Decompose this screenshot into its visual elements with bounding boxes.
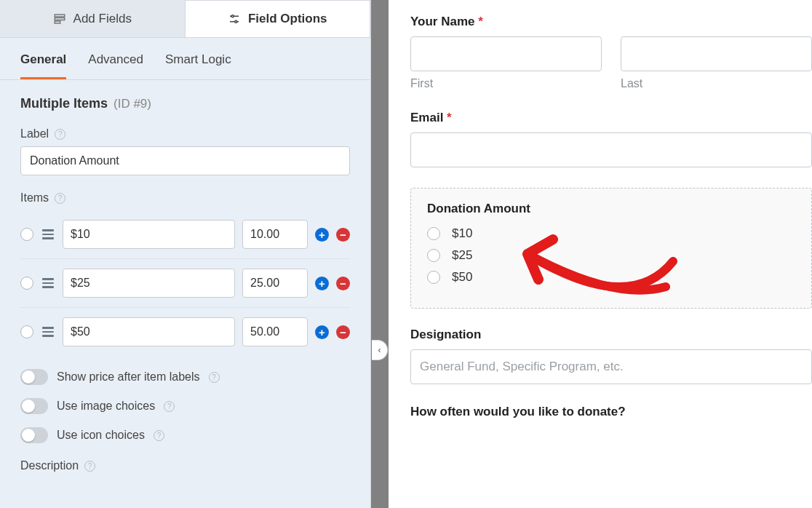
help-icon[interactable]: ? — [55, 129, 65, 140]
item-price-input[interactable] — [242, 317, 308, 346]
preview-designation-input[interactable] — [410, 349, 812, 384]
subtab-advanced[interactable]: Advanced — [88, 52, 143, 79]
preview-donation-radio[interactable] — [427, 227, 440, 240]
field-options-icon — [228, 12, 241, 25]
add-item-button[interactable]: + — [315, 277, 329, 290]
svg-rect-0 — [55, 15, 65, 17]
tab-add-fields[interactable]: Add Fields — [0, 0, 185, 37]
preview-first-name-input[interactable] — [410, 36, 602, 71]
items-caption: Items — [20, 191, 49, 205]
preview-donation-label: Donation Amount — [427, 202, 795, 216]
preview-donation-radio[interactable] — [427, 271, 440, 284]
svg-rect-1 — [55, 17, 65, 20]
toggle-icon-choices-label: Use icon choices — [57, 429, 145, 442]
item-price-input[interactable] — [242, 220, 308, 249]
drag-handle-icon[interactable] — [41, 277, 55, 290]
remove-item-button[interactable]: − — [336, 277, 350, 290]
label-input[interactable] — [20, 146, 350, 175]
add-item-button[interactable]: + — [315, 325, 329, 339]
help-icon[interactable]: ? — [84, 461, 95, 472]
item-row: + − — [20, 210, 350, 259]
item-row: + − — [20, 308, 350, 356]
preview-donation-option: $10 — [452, 226, 472, 241]
add-item-button[interactable]: + — [315, 228, 329, 242]
preview-donation-option: $50 — [452, 270, 472, 285]
item-price-input[interactable] — [242, 269, 308, 298]
preview-name-label: Your Name * — [410, 15, 812, 29]
help-icon[interactable]: ? — [209, 372, 220, 383]
add-fields-icon — [53, 12, 66, 25]
item-default-radio[interactable] — [20, 325, 33, 338]
svg-point-6 — [235, 20, 237, 23]
preview-last-sublabel: Last — [621, 77, 812, 90]
preview-email-label: Email * — [410, 111, 812, 125]
panel-divider[interactable] — [371, 0, 389, 508]
item-row: + − — [20, 259, 350, 308]
tab-add-fields-label: Add Fields — [73, 12, 132, 26]
remove-item-button[interactable]: − — [336, 325, 350, 339]
tab-field-options-label: Field Options — [248, 12, 327, 26]
field-type-name: Multiple Items — [20, 96, 108, 111]
svg-point-4 — [231, 15, 234, 17]
subtab-smart-logic[interactable]: Smart Logic — [165, 52, 231, 79]
toggle-image-choices-label: Use image choices — [57, 400, 155, 413]
preview-designation-label: Designation — [410, 328, 812, 342]
drag-handle-icon[interactable] — [41, 325, 55, 338]
toggle-show-price-label: Show price after item labels — [57, 370, 200, 384]
item-label-input[interactable] — [63, 220, 235, 249]
svg-rect-2 — [55, 21, 60, 23]
remove-item-button[interactable]: − — [336, 228, 350, 242]
subtab-general[interactable]: General — [20, 52, 66, 79]
preview-donation-option: $25 — [452, 248, 472, 263]
preview-frequency-label: How often would you like to donate? — [410, 405, 812, 419]
preview-last-name-input[interactable] — [621, 36, 812, 71]
help-icon[interactable]: ? — [164, 401, 175, 412]
toggle-image-choices[interactable] — [20, 398, 48, 414]
item-label-input[interactable] — [63, 269, 235, 298]
tab-field-options[interactable]: Field Options — [185, 0, 371, 37]
description-caption: Description — [20, 459, 79, 472]
item-default-radio[interactable] — [20, 228, 33, 241]
preview-donation-radio[interactable] — [427, 249, 440, 262]
toggle-show-price[interactable] — [20, 369, 48, 385]
help-icon[interactable]: ? — [154, 430, 164, 441]
drag-handle-icon[interactable] — [41, 228, 55, 241]
preview-first-sublabel: First — [410, 77, 602, 90]
help-icon[interactable]: ? — [55, 193, 65, 204]
preview-email-input[interactable] — [410, 132, 812, 167]
preview-selected-field[interactable]: Donation Amount $10 $25 $50 — [410, 188, 812, 309]
item-default-radio[interactable] — [20, 277, 33, 290]
field-id: (ID #9) — [114, 97, 151, 111]
item-label-input[interactable] — [63, 317, 235, 346]
label-caption: Label — [20, 127, 49, 140]
toggle-icon-choices[interactable] — [20, 427, 48, 443]
